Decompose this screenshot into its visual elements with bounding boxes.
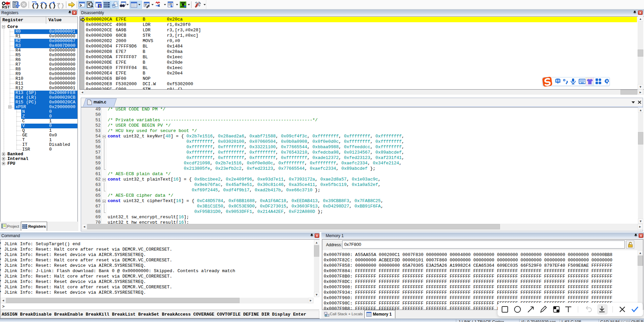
svg-text:S: S — [99, 4, 101, 8]
svg-text:RST: RST — [2, 5, 10, 9]
svg-text:}: } — [61, 3, 64, 9]
svg-text:}: } — [52, 3, 56, 9]
svg-text:{: { — [32, 3, 35, 9]
